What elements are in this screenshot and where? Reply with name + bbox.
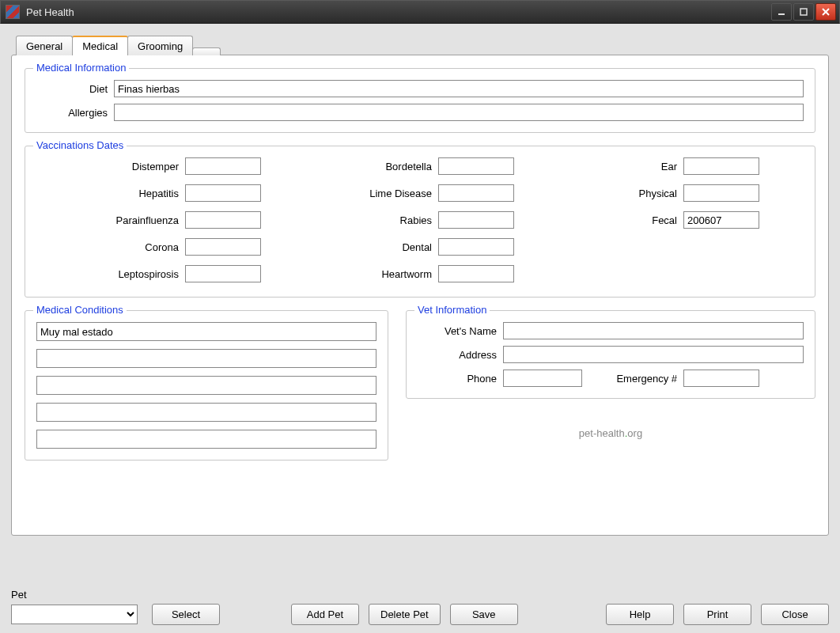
- tab-grooming[interactable]: Grooming: [127, 36, 193, 55]
- group-vet-information: Vet Information Vet's Name Address Phone…: [406, 310, 815, 399]
- app-icon: [6, 5, 20, 19]
- select-pet[interactable]: [11, 605, 138, 624]
- window-controls: [771, 3, 836, 21]
- logo-part-org: org: [627, 427, 642, 439]
- label-rabies: Rabies: [321, 214, 432, 226]
- label-fecal: Fecal: [590, 214, 677, 226]
- label-bordetella: Bordetella: [321, 161, 432, 172]
- tabs: General Medical Grooming: [16, 35, 829, 55]
- help-button[interactable]: Help: [606, 604, 674, 625]
- label-corona: Corona: [36, 241, 179, 253]
- input-hepatitis[interactable]: [185, 184, 261, 202]
- input-allergies[interactable]: [114, 104, 804, 121]
- input-vet-name[interactable]: [503, 322, 804, 339]
- save-button[interactable]: Save: [450, 604, 518, 625]
- input-vet-address[interactable]: [503, 346, 804, 363]
- group-medical-conditions: Medical Conditions: [25, 310, 388, 461]
- tab-panel: Medical Information Diet Allergies Vacci…: [11, 55, 829, 536]
- label-hepatitis: Hepatitis: [36, 188, 179, 199]
- logo-pet-health-org: pet-health.org: [406, 427, 815, 439]
- label-parainfluenza: Parainfluenza: [36, 214, 179, 226]
- label-ear: Ear: [590, 161, 677, 172]
- label-physical: Physical: [590, 188, 677, 199]
- close-window-button[interactable]: Close: [761, 604, 829, 625]
- legend-vet-info: Vet Information: [414, 304, 490, 316]
- minimize-button[interactable]: [771, 3, 792, 21]
- input-condition-4[interactable]: [36, 403, 376, 422]
- close-button[interactable]: [815, 3, 836, 21]
- label-vet-phone: Phone: [418, 373, 497, 385]
- label-leptospirosis: Leptospirosis: [36, 268, 179, 280]
- legend-vaccinations: Vaccinations Dates: [33, 139, 127, 151]
- input-condition-5[interactable]: [36, 430, 376, 449]
- input-condition-3[interactable]: [36, 376, 376, 395]
- label-heartworm: Heartworm: [321, 268, 432, 280]
- print-button[interactable]: Print: [683, 604, 751, 625]
- input-distemper[interactable]: [185, 157, 261, 175]
- label-diet: Diet: [36, 83, 108, 95]
- maximize-button[interactable]: [793, 3, 814, 21]
- input-vet-phone[interactable]: [503, 370, 582, 387]
- input-bordetella[interactable]: [438, 157, 514, 175]
- logo-part-pet: pet: [579, 427, 593, 439]
- select-button[interactable]: Select: [152, 604, 220, 625]
- input-dental[interactable]: [438, 238, 514, 256]
- input-emergency[interactable]: [683, 370, 759, 387]
- delete-pet-button[interactable]: Delete Pet: [369, 604, 441, 625]
- label-distemper: Distemper: [36, 161, 179, 172]
- input-leptospirosis[interactable]: [185, 265, 261, 282]
- logo-part-health: health: [596, 427, 624, 439]
- input-fecal[interactable]: [683, 211, 759, 229]
- input-condition-2[interactable]: [36, 349, 376, 368]
- label-emergency: Emergency #: [590, 373, 677, 385]
- tab-general[interactable]: General: [16, 36, 73, 55]
- window-title: Pet Health: [26, 6, 74, 18]
- label-vet-address: Address: [418, 349, 497, 361]
- input-corona[interactable]: [185, 238, 261, 256]
- svg-rect-1: [800, 9, 807, 15]
- legend-medical-info: Medical Information: [33, 62, 129, 74]
- titlebar: Pet Health: [0, 0, 840, 24]
- label-pet: Pet: [11, 589, 829, 601]
- tab-medical[interactable]: Medical: [72, 36, 128, 55]
- input-lime-disease[interactable]: [438, 184, 514, 202]
- label-allergies: Allergies: [36, 107, 108, 119]
- group-vaccinations: Vaccinations Dates Distemper Hepatitis P…: [25, 146, 815, 298]
- input-diet[interactable]: [114, 80, 804, 97]
- bottom-bar: Pet Select Add Pet Delete Pet Save Help …: [11, 589, 829, 625]
- legend-medical-conditions: Medical Conditions: [33, 304, 127, 316]
- label-dental: Dental: [321, 241, 432, 253]
- input-heartworm[interactable]: [438, 265, 514, 282]
- tab-blank[interactable]: [192, 47, 221, 55]
- group-medical-information: Medical Information Diet Allergies: [25, 68, 815, 133]
- label-lime-disease: Lime Disease: [321, 188, 432, 199]
- add-pet-button[interactable]: Add Pet: [291, 604, 359, 625]
- label-vet-name: Vet's Name: [418, 325, 497, 337]
- input-ear[interactable]: [683, 157, 759, 175]
- input-parainfluenza[interactable]: [185, 211, 261, 229]
- input-physical[interactable]: [683, 184, 759, 202]
- input-condition-1[interactable]: [36, 322, 376, 341]
- input-rabies[interactable]: [438, 211, 514, 229]
